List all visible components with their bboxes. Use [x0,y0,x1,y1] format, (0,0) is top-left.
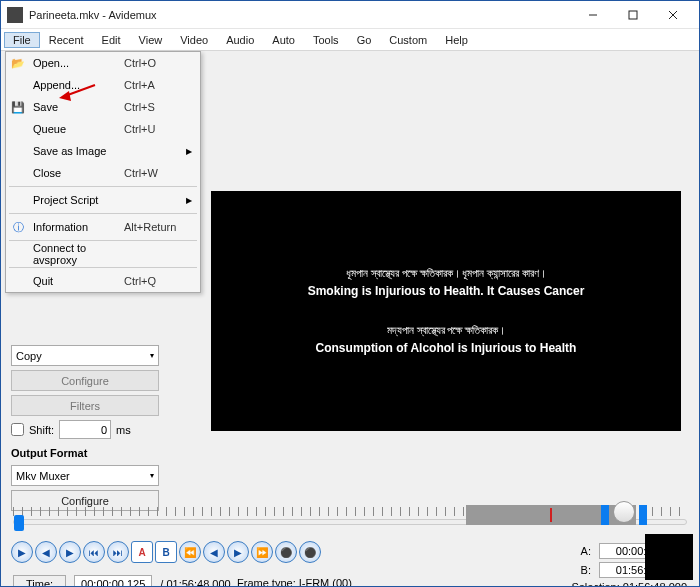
nav-marker [550,508,552,522]
menu-audio[interactable]: Audio [217,32,263,48]
goto-a-button[interactable]: ◀ [203,541,225,563]
nav-cap-right[interactable] [639,505,647,525]
subtitle-en-1: Smoking is Injurious to Health. It Cause… [308,284,585,298]
selection-label: Selection: 01:56:48.000 [571,581,687,587]
menu-append[interactable]: Append...Ctrl+A [6,74,200,96]
ms-label: ms [116,424,131,436]
window-title: Parineeta.mkv - Avidemux [29,9,573,21]
minimize-button[interactable] [573,2,613,28]
video-preview: ধূমপান স্বাস্থ্যের পক্ষে ক্ষতিকারক। ধূমপ… [211,191,681,431]
playback-controls: ▶ ◀ ▶ ⏮ ⏭ A B ⏪ ◀ ▶ ⏩ ⚫ ⚫ [11,541,321,563]
prev-black-button[interactable]: ⚫ [275,541,297,563]
prev-keyframe-button[interactable]: ⏮ [83,541,105,563]
mark-a-button[interactable]: A [131,541,153,563]
close-button[interactable] [653,2,693,28]
menu-edit[interactable]: Edit [93,32,130,48]
menu-tools[interactable]: Tools [304,32,348,48]
menu-open[interactable]: 📂Open...Ctrl+O [6,52,200,74]
menu-connect-avsproxy[interactable]: Connect to avsproxy [6,243,200,265]
nav-knob[interactable] [613,501,635,523]
goto-start-button[interactable]: ⏪ [179,541,201,563]
mark-b-button[interactable]: B [155,541,177,563]
output-format-label: Output Format [11,447,196,459]
menu-recent[interactable]: Recent [40,32,93,48]
subtitle-en-2: Consumption of Alcohol is Injurious to H… [316,341,577,355]
menu-quit[interactable]: QuitCtrl+Q [6,270,200,292]
annotation-arrow [59,81,99,103]
prev-frame-button[interactable]: ◀ [35,541,57,563]
frame-type-label: Frame type: I-FRM (00) [237,577,352,587]
time-button[interactable]: Time: [13,575,66,587]
maximize-button[interactable] [613,2,653,28]
svg-marker-5 [59,91,71,101]
folder-open-icon: 📂 [11,57,25,70]
svg-rect-1 [629,11,637,19]
menu-project-script[interactable]: Project Script▶ [6,189,200,211]
shift-label: Shift: [29,424,54,436]
next-keyframe-button[interactable]: ⏭ [107,541,129,563]
muxer-select[interactable]: Mkv Muxer▾ [11,465,159,486]
menu-auto[interactable]: Auto [263,32,304,48]
chevron-down-icon: ▾ [150,351,154,360]
shift-checkbox[interactable] [11,423,24,436]
duration-label: / 01:56:48.000 [160,578,230,587]
thumbnail-box [645,534,693,580]
a-label: A: [581,545,591,557]
subtitle-bn-1: ধূমপান স্বাস্থ্যের পক্ষে ক্ষতিকারক। ধূমপ… [346,267,546,280]
app-icon [7,7,23,23]
nav-cap-left[interactable] [601,505,609,525]
save-icon: 💾 [11,101,25,114]
menu-save-image[interactable]: Save as Image▶ [6,140,200,162]
menu-close[interactable]: CloseCtrl+W [6,162,200,184]
timeline-thumb[interactable] [14,515,24,531]
goto-end-button[interactable]: ⏩ [251,541,273,563]
play-button[interactable]: ▶ [11,541,33,563]
titlebar: Parineeta.mkv - Avidemux [1,1,699,29]
menu-help[interactable]: Help [436,32,477,48]
menu-video[interactable]: Video [171,32,217,48]
file-dropdown: 📂Open...Ctrl+O Append...Ctrl+A 💾SaveCtrl… [5,51,201,293]
menubar: File Recent Edit View Video Audio Auto T… [1,29,699,51]
goto-b-button[interactable]: ▶ [227,541,249,563]
time-field[interactable]: 00:00:00.125 [74,575,152,587]
menu-queue[interactable]: QueueCtrl+U [6,118,200,140]
time-row: Time: 00:00:00.125 / 01:56:48.000 [13,575,231,587]
next-black-button[interactable]: ⚫ [299,541,321,563]
next-frame-button[interactable]: ▶ [59,541,81,563]
configure-button[interactable]: Configure [11,370,159,391]
codec-select[interactable]: Copy▾ [11,345,159,366]
filters-button[interactable]: Filters [11,395,159,416]
menu-information[interactable]: ⓘInformationAlt+Return [6,216,200,238]
info-icon: ⓘ [13,220,24,235]
b-label: B: [581,564,591,576]
menu-file[interactable]: File [4,32,40,48]
left-panel: Copy▾ Configure Filters Shift: 0 ms Outp… [11,345,196,515]
shift-value[interactable]: 0 [59,420,111,439]
menu-custom[interactable]: Custom [380,32,436,48]
nav-strip[interactable] [466,505,636,525]
menu-go[interactable]: Go [348,32,381,48]
menu-view[interactable]: View [130,32,172,48]
subtitle-bn-2: মদ্যপান স্বাস্থ্যের পক্ষে ক্ষতিকারক। [387,324,505,337]
chevron-down-icon: ▾ [150,471,154,480]
menu-save[interactable]: 💾SaveCtrl+S [6,96,200,118]
